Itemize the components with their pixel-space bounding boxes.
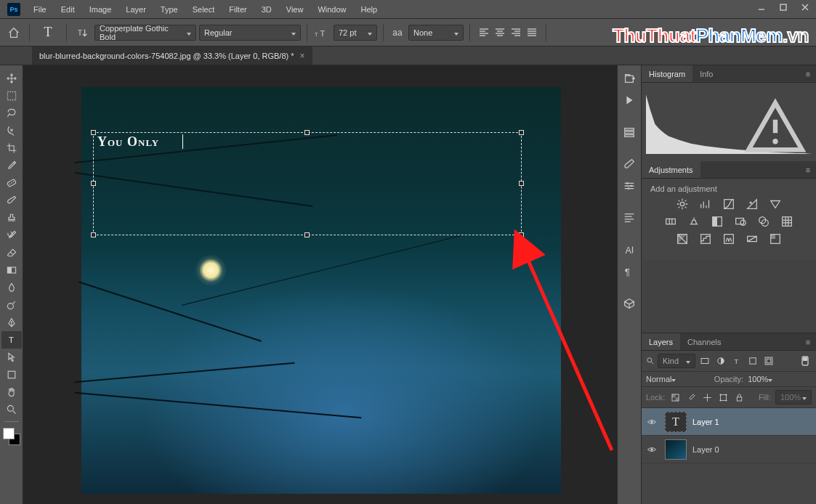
lock-transparent-icon[interactable]	[669, 391, 681, 403]
close-tab-icon[interactable]: ×	[300, 51, 305, 61]
brush-settings-icon[interactable]	[618, 176, 640, 196]
align-left-icon[interactable]	[476, 25, 492, 41]
maximize-button[interactable]	[772, 0, 794, 15]
crop-tool[interactable]	[1, 139, 22, 157]
move-tool[interactable]	[1, 70, 22, 87]
gradient-map-icon[interactable]	[744, 232, 760, 245]
menu-filter[interactable]: Filter	[222, 0, 254, 19]
threshold-icon[interactable]	[721, 232, 737, 245]
lock-position-icon[interactable]	[701, 391, 713, 403]
menu-layer[interactable]: Layer	[118, 0, 153, 19]
character-panel-icon[interactable]: A	[618, 240, 640, 260]
histogram-warning-icon[interactable]	[742, 93, 809, 161]
panel-menu-icon[interactable]: ≡	[800, 65, 816, 82]
exposure-icon[interactable]	[744, 198, 760, 211]
menu-view[interactable]: View	[279, 0, 311, 19]
menu-3d[interactable]: 3D	[254, 0, 279, 19]
resize-handle[interactable]	[304, 130, 310, 135]
photo-filter-icon[interactable]	[732, 215, 748, 228]
text-tool-indicator[interactable]: T	[36, 22, 60, 44]
layer-item[interactable]: T Layer 1	[642, 408, 816, 436]
menu-file[interactable]: File	[26, 0, 54, 19]
3d-panel-icon[interactable]	[618, 293, 640, 314]
menu-edit[interactable]: Edit	[54, 0, 82, 19]
channel-mixer-icon[interactable]	[756, 215, 772, 228]
brush-tool[interactable]	[1, 192, 22, 209]
color-lookup-icon[interactable]	[779, 215, 795, 228]
align-right-icon[interactable]	[508, 25, 524, 41]
pen-tool[interactable]	[1, 314, 22, 331]
levels-icon[interactable]	[698, 198, 714, 211]
document-tab[interactable]: blur-blurred-background-colors-754082.jp…	[32, 46, 312, 65]
resize-handle[interactable]	[519, 130, 524, 135]
marquee-tool[interactable]	[1, 87, 22, 105]
layer-item[interactable]: Layer 0	[642, 436, 816, 463]
font-size-select[interactable]: 72 pt	[334, 25, 377, 41]
tab-channels[interactable]: Channels	[680, 333, 728, 350]
zoom-tool[interactable]	[1, 401, 22, 418]
menu-image[interactable]: Image	[82, 0, 119, 19]
lock-artboard-icon[interactable]	[717, 391, 729, 403]
filter-toggle-icon[interactable]	[799, 354, 812, 367]
paragraph-panel-icon[interactable]	[618, 208, 640, 228]
antialias-select[interactable]: None	[408, 25, 464, 41]
brightness-icon[interactable]	[674, 198, 690, 211]
foreground-color-swatch[interactable]	[3, 428, 15, 439]
visibility-toggle[interactable]	[645, 417, 659, 427]
shape-tool[interactable]	[1, 366, 22, 383]
eyedropper-tool[interactable]	[1, 157, 22, 174]
minimize-button[interactable]	[751, 0, 772, 15]
color-swatches[interactable]	[1, 428, 22, 448]
lock-all-icon[interactable]	[733, 391, 745, 403]
tab-adjustments[interactable]: Adjustments	[642, 161, 700, 178]
panel-menu-icon[interactable]: ≡	[800, 333, 816, 350]
resize-handle[interactable]	[91, 232, 96, 237]
posterize-icon[interactable]	[698, 232, 714, 245]
quick-select-tool[interactable]	[1, 122, 22, 139]
type-tool[interactable]: T	[1, 331, 22, 349]
brush-panel-icon[interactable]	[618, 154, 640, 174]
color-balance-icon[interactable]	[686, 215, 702, 228]
resize-handle[interactable]	[91, 181, 96, 186]
font-family-select[interactable]: Copperplate Gothic Bold	[94, 25, 196, 41]
tab-info[interactable]: Info	[692, 65, 720, 82]
visibility-toggle[interactable]	[645, 444, 659, 455]
resize-handle[interactable]	[304, 232, 310, 237]
bw-icon[interactable]	[709, 215, 725, 228]
layer-filter-select[interactable]: Kind	[658, 354, 695, 368]
selective-color-icon[interactable]	[767, 232, 783, 245]
lock-pixels-icon[interactable]	[685, 391, 697, 403]
menu-window[interactable]: Window	[310, 0, 353, 19]
glyphs-panel-icon[interactable]: ¶	[618, 261, 640, 282]
properties-panel-icon[interactable]	[618, 122, 640, 142]
filter-shape-icon[interactable]	[746, 354, 759, 367]
resize-handle[interactable]	[519, 232, 524, 237]
actions-panel-icon[interactable]	[618, 90, 640, 110]
home-icon[interactable]	[4, 23, 23, 42]
resize-handle[interactable]	[519, 181, 524, 186]
filter-adjustment-icon[interactable]	[714, 354, 727, 367]
stamp-tool[interactable]	[1, 209, 22, 227]
align-justify-icon[interactable]	[524, 25, 540, 41]
history-panel-icon[interactable]	[618, 68, 640, 89]
panel-menu-icon[interactable]: ≡	[800, 161, 816, 178]
filter-pixel-icon[interactable]	[698, 354, 711, 367]
invert-icon[interactable]	[674, 232, 690, 245]
filter-smart-icon[interactable]	[762, 354, 775, 367]
tab-layers[interactable]: Layers	[642, 333, 680, 350]
text-bounding-box[interactable]: You Only	[93, 132, 522, 235]
font-style-select[interactable]: Regular	[199, 25, 301, 41]
filter-type-icon[interactable]: T	[730, 354, 743, 367]
hue-icon[interactable]	[663, 215, 679, 228]
eraser-tool[interactable]	[1, 244, 22, 261]
gradient-tool[interactable]	[1, 261, 22, 279]
curves-icon[interactable]	[721, 198, 737, 211]
heal-tool[interactable]	[1, 174, 22, 192]
text-orientation-icon[interactable]: T	[73, 26, 92, 39]
history-brush-tool[interactable]	[1, 227, 22, 244]
canvas[interactable]: You Only	[23, 65, 617, 504]
dodge-tool[interactable]	[1, 296, 22, 314]
resize-handle[interactable]	[91, 130, 96, 135]
align-center-icon[interactable]	[492, 25, 508, 41]
menu-help[interactable]: Help	[354, 0, 385, 19]
